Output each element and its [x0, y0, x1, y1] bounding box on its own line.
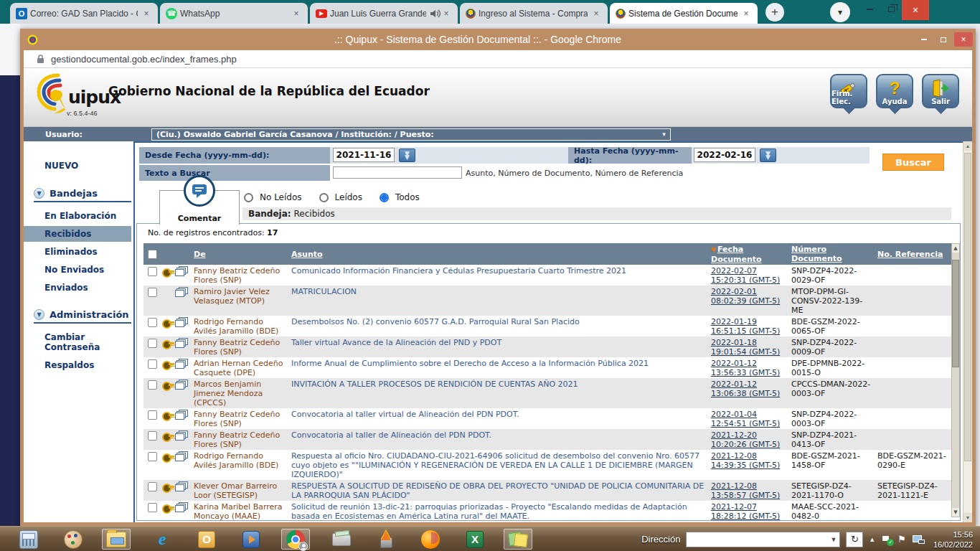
row-checkbox[interactable]: [148, 452, 157, 461]
documents-stack-icon[interactable]: [175, 430, 189, 441]
comment-bubble-icon[interactable]: [184, 175, 215, 207]
documents-stack-icon[interactable]: [175, 380, 189, 390]
media-player-icon[interactable]: [237, 529, 265, 550]
subject[interactable]: RESPUESTA A SOLICITUD DE REDISEÑO DE OBR…: [288, 481, 708, 501]
sidebar-section-bandejas[interactable]: ▼ Bandejas: [34, 188, 131, 202]
subject[interactable]: Desembolsos No. (2) convenio 60577 G.A.D…: [288, 316, 708, 327]
scroll-up-icon[interactable]: ▲: [952, 244, 959, 253]
tab-youtube[interactable]: ▶ Juan Luis Guerra Grande M ×: [310, 3, 458, 24]
scrollbar-thumb[interactable]: [952, 260, 959, 367]
header-referencia[interactable]: No. Referencia: [875, 249, 952, 260]
paint-icon[interactable]: [59, 529, 88, 550]
popup-maximize-button[interactable]: [935, 32, 952, 47]
flag-icon[interactable]: ⚑: [897, 534, 906, 545]
row-checkbox[interactable]: [148, 503, 157, 512]
outlook-icon[interactable]: O: [192, 529, 221, 550]
desde-fecha-input[interactable]: 2021-11-16: [333, 148, 395, 162]
row-checkbox[interactable]: [148, 318, 157, 327]
date-link[interactable]: 2022-01-18 19:01:54 (GMT-5): [711, 338, 780, 357]
subject[interactable]: Comunicado Información Financiera y Cédu…: [288, 265, 708, 276]
documents-stack-icon[interactable]: [175, 317, 189, 328]
sidebar-item-recibidos[interactable]: Recibidos: [24, 226, 131, 242]
subject[interactable]: Solicitud de reunión 13-dic-21: parroqui…: [288, 501, 708, 522]
scrollbar-thumb[interactable]: [964, 153, 971, 461]
subject[interactable]: MATRICULACION: [288, 286, 708, 297]
url-bar[interactable]: gestiondocumental.gob.ec/index_frames.ph…: [24, 50, 972, 68]
row-checkbox[interactable]: [148, 431, 157, 441]
tab-search-chevron-icon[interactable]: ▾: [830, 2, 850, 22]
row-checkbox[interactable]: [148, 410, 157, 420]
chevron-down-icon[interactable]: ▼: [34, 309, 44, 320]
documents-stack-icon[interactable]: [175, 481, 189, 492]
header-de[interactable]: De: [191, 249, 288, 260]
date-link[interactable]: 2022-01-19 16:51:15 (GMT-5): [711, 317, 780, 336]
sidebar-item-respaldos[interactable]: Respaldos: [24, 357, 133, 373]
scroll-up-icon[interactable]: ▲: [963, 141, 972, 151]
sidebar-section-administracion[interactable]: ▼ Administración: [34, 309, 131, 324]
chrome-icon[interactable]: [281, 529, 310, 550]
scanner-icon[interactable]: [327, 529, 356, 550]
new-tab-button[interactable]: +: [765, 3, 784, 22]
documents-stack-icon[interactable]: [175, 410, 189, 420]
hasta-fecha-input[interactable]: 2022-02-16: [694, 148, 755, 162]
sticky-notes-icon[interactable]: [504, 529, 532, 550]
tab-outlook[interactable]: O Correo: GAD San Placido - Out ×: [10, 3, 158, 24]
tab-close-icon[interactable]: ×: [740, 8, 752, 19]
user-select[interactable]: (Ciu.) Oswaldo Gabriel García Casanova /…: [151, 128, 671, 141]
popup-minimize-button[interactable]: [915, 32, 933, 47]
sidebar-item-nuevo[interactable]: NUEVO: [44, 161, 133, 171]
salir-button[interactable]: Salir: [922, 74, 959, 108]
calculator-icon[interactable]: [14, 529, 43, 550]
radio-leidos[interactable]: [319, 193, 329, 202]
date-link[interactable]: 2021-12-08 14:39:35 (GMT-5): [711, 451, 780, 470]
clock[interactable]: 15:56 16/02/2022: [933, 529, 973, 550]
firma-electronica-button[interactable]: Firm. Elec.: [830, 74, 867, 108]
tab-compras-publicas[interactable]: Ingreso al Sistema - Compras P ×: [460, 3, 608, 24]
tab-whatsapp[interactable]: ☎ WhatsApp ×: [160, 3, 308, 24]
popup-title-bar[interactable]: .:: Quipux - Sistema de Gestión Document…: [20, 29, 976, 50]
row-checkbox[interactable]: [148, 359, 157, 369]
date-link[interactable]: 2022-01-12 13:06:38 (GMT-5): [711, 380, 780, 398]
results-scrollbar[interactable]: ▲ ▼: [951, 243, 960, 517]
sidebar-item-en-elaboracion[interactable]: En Elaboración: [24, 208, 133, 224]
radio-todos[interactable]: [380, 193, 389, 202]
excel-icon[interactable]: X: [461, 529, 489, 550]
header-numero[interactable]: Número Documento: [788, 244, 875, 264]
network-icon[interactable]: [912, 534, 923, 544]
chevron-down-icon[interactable]: ▼: [830, 536, 837, 543]
tab-close-icon[interactable]: ×: [440, 8, 452, 19]
documents-stack-icon[interactable]: [175, 338, 189, 349]
row-checkbox[interactable]: [148, 339, 157, 348]
subject[interactable]: Convocatoria al taller de Alineación del…: [288, 430, 708, 441]
restore-button[interactable]: [880, 0, 902, 19]
file-explorer-icon[interactable]: [102, 529, 131, 550]
chevron-down-icon[interactable]: ▼: [34, 188, 44, 199]
minimize-button[interactable]: [859, 0, 880, 19]
comentar-button[interactable]: Comentar: [159, 190, 240, 225]
sidebar-item-no-enviados[interactable]: No Enviados: [24, 262, 133, 278]
tab-audio-icon[interactable]: [430, 9, 440, 18]
tab-close-icon[interactable]: ×: [291, 8, 302, 19]
calendar-button[interactable]: ▼▼: [399, 149, 415, 162]
sidebar-item-eliminados[interactable]: Eliminados: [24, 244, 133, 260]
radio-label[interactable]: Todos: [395, 192, 420, 202]
calendar-button[interactable]: ▼▼: [760, 149, 776, 162]
hidden-icons-arrow[interactable]: ▲: [869, 536, 875, 543]
internet-explorer-icon[interactable]: e: [148, 529, 176, 550]
date-link[interactable]: 2021-12-20 10:20:26 (GMT-5): [711, 430, 780, 449]
date-link[interactable]: 2022-01-04 12:54:51 (GMT-5): [711, 410, 780, 428]
date-link[interactable]: 2021-12-07 18:28:12 (GMT-5): [711, 502, 780, 521]
select-all-checkbox[interactable]: [148, 250, 157, 259]
buscar-button[interactable]: Buscar: [882, 154, 944, 171]
subject[interactable]: Informe Anual de Cumplimiento sobre el D…: [288, 358, 708, 369]
ayuda-button[interactable]: ? Ayuda: [876, 74, 913, 108]
documents-stack-icon[interactable]: [175, 502, 189, 513]
documents-stack-icon[interactable]: [175, 359, 189, 369]
page-scrollbar[interactable]: ▲ ▼: [963, 141, 972, 522]
date-link[interactable]: 2022-02-01 08:02:39 (GMT-5): [711, 287, 780, 306]
sidebar-item-enviados[interactable]: Enviados: [24, 280, 133, 296]
row-checkbox[interactable]: [148, 288, 157, 297]
tab-quipux-active[interactable]: Sistema de Gestión Document ×: [610, 3, 758, 24]
date-link[interactable]: 2022-02-07 15:20:31 (GMT-5): [711, 266, 780, 285]
row-checkbox[interactable]: [148, 380, 157, 390]
